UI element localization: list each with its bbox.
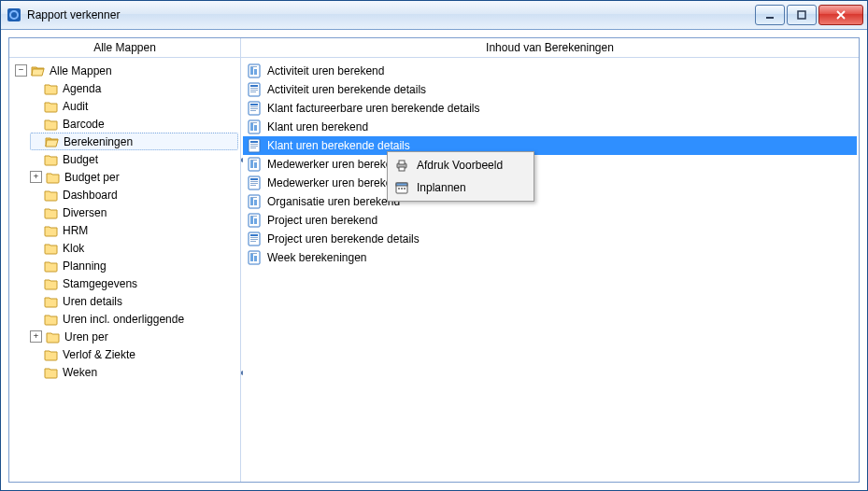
tree-node-barcode[interactable]: Barcode [30,115,238,133]
context-menu-print-preview[interactable]: Afdruk Voorbeeld [390,154,532,176]
report-item-klant-uren-berekend[interactable]: Klant uren berekend [243,118,857,136]
svg-rect-15 [399,167,405,171]
tree-node-agenda[interactable]: Agenda [30,79,238,97]
report-icon [247,82,262,97]
folder-icon [46,170,61,185]
tree-node-uren-incl-onderliggende[interactable]: Uren incl. onderliggende [30,310,238,328]
svg-rect-18 [398,188,400,189]
expand-icon[interactable]: + [30,171,42,183]
tree-node-planning[interactable]: Planning [30,257,238,274]
collapse-icon[interactable]: − [15,64,27,77]
calendar-icon [392,178,411,197]
report-item-week-berekeningen[interactable]: Week berekeningen [243,248,857,267]
folder-icon [44,152,59,167]
report-icon [247,119,262,134]
minimize-button[interactable] [755,5,785,25]
folder-tree: − Alle Mappen Agenda Audit Barcode Berek… [11,62,238,381]
svg-rect-11 [766,17,774,19]
tree-node-audit[interactable]: Audit [30,97,238,115]
svg-rect-17 [396,183,407,186]
folder-icon [44,81,59,96]
folder-icon [44,347,59,362]
window: Rapport verkenner Alle Mappen [0,0,868,491]
folder-icon [44,223,59,238]
tree-node-uren-details[interactable]: Uren details [30,292,238,310]
close-button[interactable] [818,5,863,25]
tree-node-budget[interactable]: Budget [30,150,238,168]
right-pane-header: Inhoud van Berekeningen [241,38,859,58]
folder-icon [44,259,59,274]
splitter-handle[interactable]: ◂ [241,357,244,386]
svg-rect-19 [401,188,403,189]
tree-node-dashboard[interactable]: Dashboard [30,186,238,203]
titlebar[interactable]: Rapport verkenner [1,1,867,30]
expand-icon[interactable]: + [30,330,42,343]
tree-node-berekeningen[interactable]: Berekeningen [30,133,238,150]
tree-node-klok[interactable]: Klok [30,239,238,257]
tree-node-weken[interactable]: Weken [30,363,238,381]
maximize-button[interactable] [787,5,817,25]
svg-rect-20 [404,188,406,189]
tree-node-verlof-ziekte[interactable]: Verlof & Ziekte [30,345,238,363]
report-list-scroll[interactable]: ◂ ◂ Activiteit uren berekend Activiteit … [241,58,859,482]
folder-open-icon [31,63,46,78]
context-menu-schedule[interactable]: Inplannen [390,176,532,199]
report-icon [247,63,262,78]
context-menu-label: Afdruk Voorbeeld [417,159,503,172]
folder-icon [44,99,59,114]
folder-icon [46,330,61,344]
left-pane: Alle Mappen − Alle Mappen Agenda Audit [9,38,241,482]
folder-icon [44,294,59,309]
report-icon [247,157,262,172]
folder-icon [44,241,59,256]
window-title: Rapport verkenner [27,8,755,21]
report-icon [247,194,262,209]
report-icon [247,175,262,190]
tree-node-stamgegevens[interactable]: Stamgegevens [30,274,238,292]
tree-node-hrm[interactable]: HRM [30,221,238,239]
folder-icon [44,117,59,132]
report-item-medewerker-uren-berekend[interactable]: Medewerker uren berekend [243,155,857,174]
report-list: Activiteit uren berekend Activiteit uren… [243,62,857,267]
report-icon [247,138,262,153]
tree-node-diversen[interactable]: Diversen [30,203,238,221]
report-icon [247,250,262,265]
tree-node-uren-per[interactable]: +Uren per [30,328,238,345]
right-pane: Inhoud van Berekeningen ◂ ◂ Activiteit u… [241,38,859,482]
report-icon [247,101,262,116]
svg-rect-14 [399,161,405,164]
folder-open-icon [45,134,60,149]
client-area: Alle Mappen − Alle Mappen Agenda Audit [1,30,867,490]
svg-rect-12 [798,11,805,19]
report-item-klant-factureerbare-details[interactable]: Klant factureerbare uren berekende detai… [243,99,857,118]
folder-icon [44,188,59,203]
folder-icon [44,276,59,291]
tree-root[interactable]: − Alle Mappen [13,62,238,79]
tree-root-label: Alle Mappen [50,64,112,77]
splitter-handle[interactable]: ◂ [241,144,244,174]
report-icon [247,213,262,228]
folder-icon [44,205,59,220]
report-item-medewerker-uren-berekende-details[interactable]: Medewerker uren berekende details [243,174,857,192]
report-item-klant-uren-berekende-details[interactable]: Klant uren berekende details [243,136,857,155]
main-panel: Alle Mappen − Alle Mappen Agenda Audit [8,37,860,483]
folder-icon [44,312,59,327]
app-icon [7,7,21,22]
report-icon [247,231,262,246]
printer-icon [392,156,411,175]
folder-icon [44,365,59,380]
report-item-project-uren-berekende-details[interactable]: Project uren berekende details [243,230,857,248]
context-menu-label: Inplannen [417,181,466,194]
tree-node-budget-per[interactable]: +Budget per [30,168,238,186]
folder-tree-scroll[interactable]: − Alle Mappen Agenda Audit Barcode Berek… [9,58,240,482]
report-item-activiteit-uren-berekende-details[interactable]: Activiteit uren berekende details [243,80,857,99]
context-menu: Afdruk Voorbeeld Inplannen [387,151,534,202]
report-item-organisatie-uren-berekend[interactable]: Organisatie uren berekend [243,192,857,211]
report-item-activiteit-uren-berekend[interactable]: Activiteit uren berekend [243,62,857,80]
report-item-project-uren-berekend[interactable]: Project uren berekend [243,211,857,230]
left-pane-header: Alle Mappen [9,38,240,58]
